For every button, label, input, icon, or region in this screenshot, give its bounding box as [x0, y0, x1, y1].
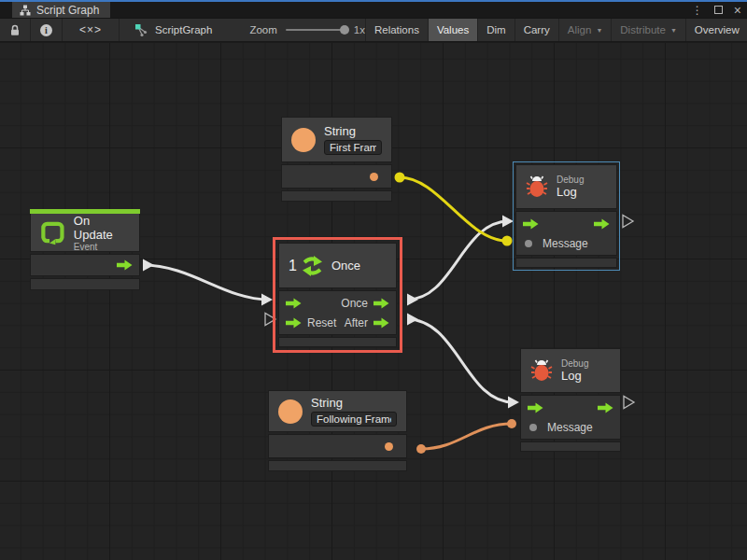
flow-input-port[interactable]: [523, 218, 539, 230]
wire-once-to-debugtop: [407, 221, 509, 300]
flow-input-port-reset[interactable]: [286, 317, 302, 329]
string-value-input[interactable]: [311, 412, 397, 427]
distribute-dropdown[interactable]: Distribute▼: [612, 19, 686, 41]
zoom-slider-handle[interactable]: [340, 25, 349, 35]
node-port-row: [268, 434, 407, 458]
node-on-update[interactable]: On Update Event: [30, 209, 140, 290]
tab-bar: Script Graph ⋮ ×: [0, 2, 747, 18]
flow-output-port[interactable]: [594, 218, 610, 230]
debug-flow-row: [521, 398, 620, 417]
node-port-section: Message: [515, 211, 617, 256]
info-icon: i: [40, 24, 52, 36]
node-footer: [515, 258, 617, 268]
maximize-icon[interactable]: [714, 6, 723, 14]
wire-cap: [261, 294, 273, 306]
node-footer: [520, 441, 621, 452]
lock-button[interactable]: [0, 19, 31, 41]
tab-script-graph[interactable]: Script Graph: [12, 2, 110, 18]
flow-output-port-once[interactable]: [374, 298, 389, 309]
debug-message-row: Message: [521, 417, 620, 437]
relations-button[interactable]: Relations: [366, 19, 429, 41]
port-label-message: Message: [543, 237, 588, 250]
chevron-down-icon: ▼: [670, 27, 677, 34]
once-cycle-icon: [302, 254, 323, 278]
wire-cap: [502, 216, 514, 228]
node-header[interactable]: Debug Log: [520, 348, 621, 393]
unconnected-port-triangle[interactable]: [624, 397, 634, 409]
node-header[interactable]: On Update Event: [30, 214, 140, 252]
message-input-port[interactable]: [529, 424, 537, 431]
flow-output-port-after[interactable]: [374, 317, 389, 329]
script-graph-window: Script Graph ⋮ × i <×>: [0, 0, 747, 560]
string-output-port[interactable]: [385, 442, 393, 451]
node-header[interactable]: Debug Log: [515, 164, 617, 209]
window-menu-icon[interactable]: ⋮: [692, 5, 703, 16]
graph-toolbar: i <×> ScriptGraph Zoom 1x Relati: [0, 18, 747, 42]
string-output-port[interactable]: [370, 173, 378, 181]
script-graph-icon: [134, 23, 148, 37]
dim-button[interactable]: Dim: [478, 19, 514, 41]
tab-title: Script Graph: [36, 4, 99, 17]
node-title: Log: [561, 369, 588, 383]
wire-cap: [407, 294, 418, 306]
wire-dot: [502, 236, 513, 246]
once-port-row-2: Reset After: [279, 313, 396, 332]
code-preview-button[interactable]: <×>: [63, 19, 120, 41]
port-label-after: After: [345, 316, 368, 329]
flow-output-port[interactable]: [598, 402, 613, 413]
port-label-message: Message: [547, 421, 593, 434]
wire-followingframes-to-message: [421, 424, 512, 449]
graph-canvas[interactable]: String On Update Even: [0, 43, 747, 560]
node-header[interactable]: String: [281, 117, 392, 162]
flow-input-port[interactable]: [286, 298, 302, 309]
node-header[interactable]: 1 Once: [278, 243, 397, 288]
wire-dot: [416, 444, 426, 454]
string-value-icon: [278, 399, 303, 424]
node-header[interactable]: String: [268, 390, 407, 432]
align-dropdown[interactable]: Align▼: [559, 19, 613, 41]
bug-icon: [530, 359, 553, 382]
node-string-first-frame[interactable]: String: [281, 117, 392, 202]
zoom-label: Zoom: [249, 24, 276, 35]
unconnected-port-triangle[interactable]: [265, 314, 275, 326]
node-title: Once: [331, 259, 360, 273]
node-footer: [281, 190, 392, 202]
node-debug-log-bottom[interactable]: Debug Log Message: [520, 348, 621, 452]
flow-output-port[interactable]: [117, 259, 133, 271]
wire-cap: [143, 259, 154, 272]
string-value-icon: [291, 128, 316, 152]
debug-flow-row: [516, 214, 616, 233]
close-icon[interactable]: ×: [734, 4, 741, 17]
wire-cap: [508, 397, 519, 409]
node-footer: [278, 337, 397, 347]
zoom-slider[interactable]: [286, 29, 345, 31]
node-footer: [268, 460, 407, 471]
unconnected-port-triangle[interactable]: [623, 216, 633, 228]
node-debug-log-top[interactable]: Debug Log Message: [515, 164, 617, 268]
node-port-section: Message: [520, 395, 621, 440]
node-title: String: [324, 124, 382, 138]
node-once[interactable]: 1 Once Once Reset: [278, 243, 397, 347]
info-button[interactable]: i: [31, 19, 63, 41]
node-port-row: [30, 254, 140, 276]
wire-firstframe-to-message: [400, 177, 507, 241]
node-title: String: [311, 396, 397, 410]
carry-button[interactable]: Carry: [515, 19, 559, 41]
string-value-input[interactable]: [324, 140, 382, 155]
code-icon: <×>: [79, 23, 102, 36]
wire-after-to-debugbottom: [407, 319, 514, 402]
message-input-port[interactable]: [525, 240, 532, 247]
overview-button[interactable]: Overview: [686, 19, 747, 41]
chevron-down-icon: ▼: [596, 27, 602, 34]
debug-message-row: Message: [516, 233, 616, 253]
values-button[interactable]: Values: [429, 19, 478, 41]
node-port-section: Once Reset After: [278, 290, 397, 335]
window-controls: ⋮ ×: [692, 2, 741, 18]
once-port-row-1: Once: [279, 293, 396, 313]
node-title: Log: [557, 185, 584, 199]
graph-breadcrumb[interactable]: ScriptGraph: [123, 19, 223, 41]
port-label-reset: Reset: [307, 316, 336, 329]
flow-input-port[interactable]: [528, 402, 543, 413]
node-title: On Update: [74, 214, 130, 242]
node-string-following-frames[interactable]: String: [268, 390, 407, 471]
